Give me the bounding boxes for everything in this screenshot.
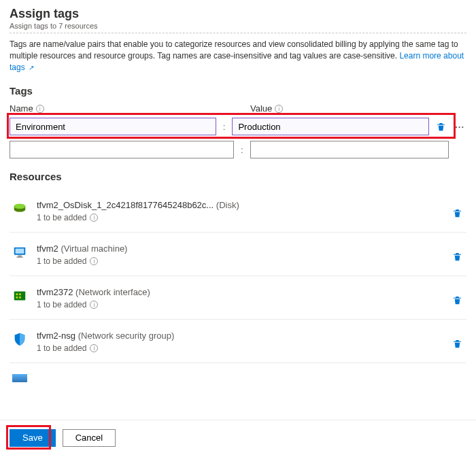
svg-rect-4 xyxy=(18,256,22,257)
svg-rect-5 xyxy=(16,257,22,258)
tag-name-input[interactable] xyxy=(10,118,216,135)
footer: Save Cancel xyxy=(0,420,476,455)
resource-item: tfvm2372 (Network interface) 1 to be add… xyxy=(10,276,466,320)
page-title: Assign tags xyxy=(10,7,466,21)
save-button[interactable]: Save xyxy=(10,429,56,447)
info-icon[interactable]: i xyxy=(275,105,283,113)
svg-rect-3 xyxy=(16,249,24,254)
svg-rect-6 xyxy=(14,292,26,301)
svg-rect-10 xyxy=(19,297,21,299)
delete-resource-button[interactable] xyxy=(452,339,462,351)
tag-value-input[interactable] xyxy=(232,118,428,135)
resource-item-partial xyxy=(10,363,466,385)
page-subtitle: Assign tags to 7 resources xyxy=(10,22,466,30)
resource-item: tfvm2-nsg (Network security group) 1 to … xyxy=(10,320,466,363)
resource-type: (Network security group) xyxy=(78,331,175,341)
resources-section-header: Resources xyxy=(10,171,466,182)
info-icon[interactable]: i xyxy=(90,214,98,222)
resource-type: (Network interface) xyxy=(75,287,150,297)
resource-item: tfvm2_OsDisk_1_2c4218f8177645248b62c... … xyxy=(10,189,466,233)
tags-section-header: Tags xyxy=(10,85,466,97)
svg-point-1 xyxy=(14,204,26,209)
trash-icon xyxy=(452,252,462,262)
resource-type: (Disk) xyxy=(216,200,239,210)
vm-icon xyxy=(12,245,27,260)
trash-icon xyxy=(452,295,462,305)
description-body: Tags are name/value pairs that enable yo… xyxy=(10,39,458,61)
svg-rect-9 xyxy=(16,297,18,299)
info-icon[interactable]: i xyxy=(36,105,44,113)
colon: : xyxy=(239,145,245,155)
disk-icon xyxy=(12,201,27,216)
divider xyxy=(10,33,466,33)
info-icon[interactable]: i xyxy=(90,257,98,265)
resource-name: tfvm2372 xyxy=(37,287,73,297)
svg-rect-8 xyxy=(19,294,21,296)
tag-row-empty: : xyxy=(10,141,466,158)
cancel-button[interactable]: Cancel xyxy=(63,429,116,447)
colon: : xyxy=(222,122,227,132)
tag-name-input[interactable] xyxy=(10,141,234,158)
shield-icon xyxy=(12,332,27,347)
trash-icon xyxy=(452,208,462,218)
tag-row-filled: : ··· xyxy=(10,118,466,135)
description-text: Tags are name/value pairs that enable yo… xyxy=(10,39,466,73)
resource-status: 1 to be added xyxy=(37,256,86,266)
resource-name: tfvm2-nsg xyxy=(37,331,75,341)
tag-value-label: Value xyxy=(250,103,272,114)
external-link-icon: ↗ xyxy=(29,64,34,71)
delete-resource-button[interactable] xyxy=(452,252,462,264)
tag-name-label: Name xyxy=(10,103,33,114)
delete-resource-button[interactable] xyxy=(452,295,462,307)
tag-value-input[interactable] xyxy=(250,141,449,158)
resource-type: (Virtual machine) xyxy=(61,243,127,254)
info-icon[interactable]: i xyxy=(90,301,98,309)
trash-icon xyxy=(436,122,446,132)
nic-icon xyxy=(12,288,27,303)
trash-icon xyxy=(452,339,462,349)
info-icon[interactable]: i xyxy=(90,344,98,352)
resource-item: tfvm2 (Virtual machine) 1 to be addedi xyxy=(10,233,466,276)
more-button[interactable]: ··· xyxy=(453,122,466,132)
delete-resource-button[interactable] xyxy=(452,208,462,220)
resource-status: 1 to be added xyxy=(37,213,86,222)
svg-rect-7 xyxy=(16,294,18,296)
resource-status: 1 to be added xyxy=(37,343,86,353)
resource-status: 1 to be added xyxy=(37,300,86,309)
resource-name: tfvm2_OsDisk_1_2c4218f8177645248b62c... xyxy=(37,200,214,210)
delete-tag-button[interactable] xyxy=(435,120,448,133)
resource-name: tfvm2 xyxy=(37,243,58,254)
resource-icon xyxy=(12,374,27,382)
